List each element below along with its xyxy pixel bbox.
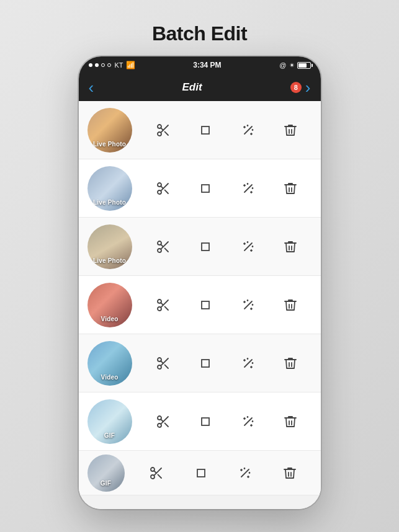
list-item: GIF (79, 392, 321, 451)
trash-icon (283, 414, 298, 429)
trash-icon (283, 239, 298, 254)
cut-button-6[interactable] (151, 409, 176, 434)
battery-indicator (297, 62, 311, 69)
crop-icon (198, 181, 213, 196)
crop-icon (198, 239, 213, 254)
svg-line-33 (164, 248, 168, 252)
status-time: 3:34 PM (193, 61, 221, 69)
crop-button-4[interactable] (193, 293, 218, 317)
magic-button-1[interactable] (236, 118, 261, 143)
magic-button-5[interactable] (236, 351, 261, 376)
svg-rect-65 (202, 360, 209, 367)
back-button[interactable]: ‹ (89, 78, 94, 97)
svg-line-36 (244, 243, 252, 250)
magic-wand-icon (241, 239, 256, 254)
magic-wand-icon (241, 123, 256, 138)
nav-right: 8 › (290, 78, 311, 97)
svg-line-66 (244, 360, 252, 367)
media-type-label-3: Live Photo (87, 257, 132, 264)
magic-button-7[interactable] (233, 461, 258, 485)
magic-wand-icon (241, 181, 256, 196)
magic-wand-icon (241, 298, 256, 313)
svg-line-6 (244, 126, 252, 134)
signal-dot-3 (101, 63, 105, 67)
trash-icon (283, 298, 298, 313)
thumbnail-2[interactable]: Live Photo (87, 166, 132, 211)
delete-button-7[interactable] (277, 461, 302, 485)
crop-icon (194, 466, 208, 481)
svg-line-3 (164, 131, 168, 135)
delete-button-1[interactable] (278, 118, 303, 143)
svg-line-51 (244, 301, 252, 309)
delete-button-2[interactable] (278, 176, 303, 201)
forward-button[interactable]: › (305, 78, 311, 97)
trash-icon (283, 356, 298, 371)
crop-icon (198, 414, 213, 429)
list-item: Live Photo (79, 159, 321, 218)
delete-button-6[interactable] (278, 409, 303, 434)
scissors-icon (156, 298, 171, 313)
crop-icon (198, 298, 213, 313)
svg-line-79 (161, 419, 163, 422)
magic-button-4[interactable] (236, 293, 261, 317)
bluetooth-icon: ✴ (289, 61, 295, 69)
status-bar: KT 📶 3:34 PM @ ✴ (79, 56, 321, 74)
thumbnail-7[interactable]: GIF (87, 454, 125, 492)
cut-button-2[interactable] (151, 176, 176, 201)
svg-line-78 (164, 423, 168, 427)
svg-line-48 (164, 306, 168, 310)
scissors-icon (149, 466, 164, 481)
list-item: Live Photo (79, 101, 321, 159)
battery-fill (298, 63, 307, 68)
svg-line-4 (161, 128, 163, 130)
thumbnail-1[interactable]: Live Photo (87, 108, 132, 153)
thumb-bg-5: Video (87, 341, 132, 386)
trash-icon (282, 466, 297, 481)
thumbnail-4[interactable]: Video (87, 283, 132, 327)
crop-button-7[interactable] (189, 461, 213, 485)
signal-dot-4 (107, 63, 111, 67)
cut-button-1[interactable] (151, 118, 176, 143)
thumbnail-6[interactable]: GIF (87, 399, 132, 444)
magic-button-2[interactable] (236, 176, 261, 201)
cut-button-7[interactable] (144, 461, 169, 485)
crop-button-6[interactable] (193, 409, 218, 434)
thumbnail-3[interactable]: Live Photo (87, 224, 132, 269)
svg-rect-5 (202, 126, 209, 134)
cut-button-5[interactable] (151, 351, 176, 376)
magic-button-3[interactable] (236, 234, 261, 259)
list-item: Video (79, 276, 321, 334)
cut-button-3[interactable] (151, 234, 176, 259)
crop-button-3[interactable] (193, 234, 218, 259)
crop-button-1[interactable] (193, 118, 218, 143)
delete-button-5[interactable] (278, 351, 303, 376)
media-type-label-1: Live Photo (87, 141, 132, 148)
scissors-icon (156, 414, 171, 429)
magic-wand-icon (238, 466, 253, 481)
svg-line-49 (161, 303, 163, 305)
trash-icon (283, 123, 298, 138)
thumb-bg-4: Video (87, 283, 132, 327)
scissors-icon (156, 239, 171, 254)
svg-line-34 (161, 244, 163, 247)
nav-bar: ‹ Edit 8 › (79, 74, 321, 101)
thumb-bg-1: Live Photo (87, 108, 132, 153)
thumbnail-5[interactable]: Video (87, 341, 132, 386)
svg-rect-50 (202, 301, 209, 309)
actions-2 (142, 176, 312, 201)
crop-button-2[interactable] (193, 176, 218, 201)
magic-wand-icon (241, 356, 256, 371)
svg-line-96 (241, 469, 249, 477)
cut-button-4[interactable] (151, 293, 176, 317)
crop-icon (198, 356, 213, 371)
crop-button-5[interactable] (193, 351, 218, 376)
list-item: Video (79, 334, 321, 392)
media-type-label-4: Video (87, 316, 132, 322)
delete-button-4[interactable] (278, 293, 303, 317)
magic-button-6[interactable] (236, 409, 261, 434)
scissors-icon (156, 181, 171, 196)
thumb-bg-2: Live Photo (87, 166, 132, 211)
delete-button-3[interactable] (278, 234, 303, 259)
actions-1 (142, 118, 312, 143)
status-right: @ ✴ (279, 61, 310, 69)
